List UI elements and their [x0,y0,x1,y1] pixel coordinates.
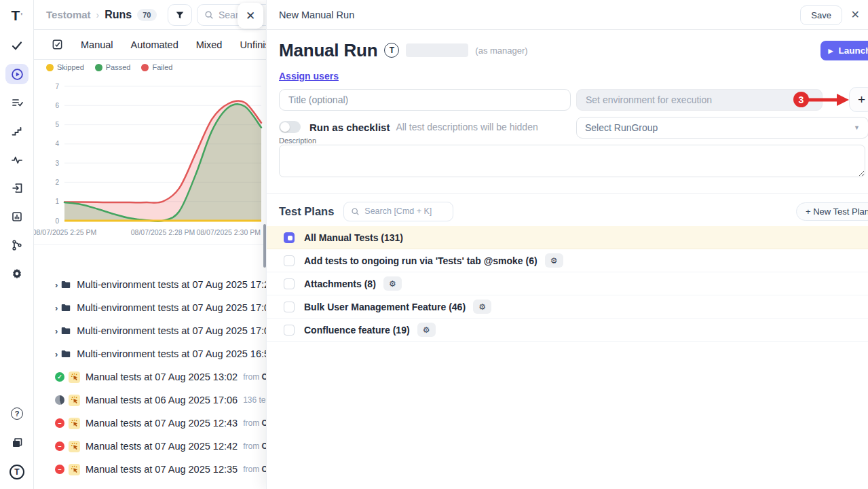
select-all-icon[interactable] [52,39,63,50]
rungroup-placeholder: Select RunGroup [585,122,658,133]
tab-manual[interactable]: Manual [81,39,113,50]
folder-icon [60,302,71,313]
run-row[interactable]: –Manual tests at 07 Aug 2025 12:35from C… [34,458,266,481]
sidebar-item-runs[interactable] [5,64,29,84]
page-title: Runs [105,9,132,21]
chevron-right-icon[interactable]: › [55,280,58,290]
test-plan-row[interactable]: Attachments (8)⚙ [267,272,868,295]
run-label: Manual tests at 07 Aug 2025 13:02 [86,372,238,382]
sidebar-item-branches[interactable] [5,235,29,255]
description-textarea[interactable] [279,145,865,177]
run-row[interactable]: –Manual tests at 07 Aug 2025 12:43from C… [34,412,266,435]
run-label: Manual tests at 07 Aug 2025 12:35 [86,464,238,475]
run-group-row[interactable]: ›Multi-environment tests at 07 Aug 2025 … [34,319,266,342]
run-row[interactable]: –Manual tests at 07 Aug 2025 12:42from C… [34,435,266,458]
sidebar-item-import[interactable] [5,178,29,198]
assign-users-link[interactable]: Assign users [279,71,339,82]
run-group-row[interactable]: ›Multi-environment tests at 07 Aug 2025 … [34,273,266,296]
x-tick-label: 08/07/2025 2:28 PM [131,228,195,236]
environment-input[interactable] [576,89,823,111]
plan-checkbox[interactable] [284,302,295,312]
test-plan-row[interactable]: Bulk User Management Feature (46)⚙ [267,295,868,319]
test-plan-row[interactable]: Confluence feature (19)⚙ [267,319,868,342]
run-group-label: Multi-environment tests at 07 Aug 2025 1… [77,302,275,313]
run-group-row[interactable]: ›Multi-environment tests at 07 Aug 2025 … [34,342,266,365]
branches-icon [11,239,23,251]
folder-icon [60,279,71,290]
plans-divider [267,193,868,194]
profile-icon[interactable]: T [5,462,29,482]
sidebar-item-pulse[interactable] [5,149,29,170]
title-input[interactable] [279,89,571,111]
status-passed-icon: ✓ [55,372,64,382]
close-icon[interactable]: ✕ [851,8,860,22]
chevron-right-icon[interactable]: › [55,349,58,359]
gear-icon: ⚙ [423,326,430,334]
runs-count-badge: 70 [137,9,156,21]
plan-settings-button[interactable]: ⚙ [417,323,436,337]
folder-icon [60,325,71,336]
test-plan-row[interactable]: All Manual Tests (131) [267,226,868,249]
chart-legend: Skipped Passed Failed [46,63,172,71]
breadcrumb-separator: › [96,10,100,20]
x-tick-label: 08/07/2025 2:25 PM [34,228,96,236]
rungroup-select[interactable]: Select RunGroup ▼ [576,117,868,139]
sidebar-item-suites[interactable] [5,92,29,113]
x-tick-label: 08/07/2025 2:30 PM [196,228,261,236]
test-plans-search-input[interactable] [364,206,445,216]
analytics-icon [11,211,23,223]
description-label: Description [279,137,316,145]
breadcrumb-project[interactable]: Testomat [46,9,91,20]
test-plans-heading: Test Plans [279,205,334,218]
add-environment-button[interactable]: + [849,87,868,112]
chart-divider [34,244,266,244]
plan-checkbox[interactable] [284,278,295,289]
tab-mixed[interactable]: Mixed [196,39,223,50]
sidebar-item-steps[interactable] [5,121,29,141]
app-logo-icon[interactable]: T' [0,5,34,26]
save-button[interactable]: Save [800,5,842,25]
new-manual-run-panel: New Manual Run Save ✕ Manual Run T (as m… [266,0,868,489]
run-group-row[interactable]: ›Multi-environment tests at 07 Aug 2025 … [34,296,266,319]
help-icon[interactable]: ? [5,403,29,424]
plan-checkbox[interactable] [284,255,295,266]
panel-back-close-button[interactable]: ✕ [238,3,263,29]
runs-list: ›Multi-environment tests at 07 Aug 2025 … [34,273,266,481]
chart-x-axis: 08/07/2025 2:25 PM08/07/2025 2:28 PM08/0… [34,228,266,239]
run-row[interactable]: ✓Manual tests at 07 Aug 2025 13:02from C… [34,365,266,388]
docs-icon[interactable] [5,433,29,453]
launch-button[interactable]: ▶Launch [820,41,868,60]
tab-automated[interactable]: Automated [131,39,178,50]
owner-name-redacted [406,43,468,57]
test-plan-row[interactable]: Add tests to ongoing run via 'Tests' tab… [267,249,868,272]
tests-icon [11,39,23,52]
filter-icon [174,10,185,20]
chevron-right-icon[interactable]: › [55,326,58,336]
legend-passed: Passed [95,63,131,71]
manual-run-icon [69,395,80,406]
sidebar-item-analytics[interactable] [5,206,29,227]
run-group-label: Multi-environment tests at 07 Aug 2025 1… [77,348,275,359]
svg-text:6: 6 [55,102,59,109]
plan-settings-button[interactable]: ⚙ [473,300,491,314]
filter-button[interactable] [168,4,192,26]
plan-settings-button[interactable]: ⚙ [545,253,563,268]
manual-run-icon [69,464,80,475]
plan-settings-button[interactable]: ⚙ [383,276,402,291]
chevron-right-icon[interactable]: › [55,303,58,313]
plan-checkbox[interactable] [284,325,295,336]
run-row[interactable]: Manual tests at 06 Aug 2025 17:06136 tes… [34,388,266,412]
steps-icon [11,125,23,137]
new-test-plan-button[interactable]: + New Test Plan [796,202,868,221]
sidebar-item-settings[interactable] [5,264,29,284]
svg-text:5: 5 [55,121,59,128]
run-label: Manual tests at 07 Aug 2025 12:43 [86,418,238,429]
run-as-checklist-toggle[interactable] [279,121,301,133]
run-label: Manual tests at 07 Aug 2025 12:42 [86,441,238,452]
run-title-row: Manual Run T (as manager) [279,39,528,61]
test-plans-search[interactable] [343,202,453,221]
checklist-label: Run as checklist [309,122,390,133]
plan-checkbox[interactable] [284,232,295,243]
toggle-knob [280,122,290,132]
sidebar-item-tests[interactable] [5,35,29,56]
